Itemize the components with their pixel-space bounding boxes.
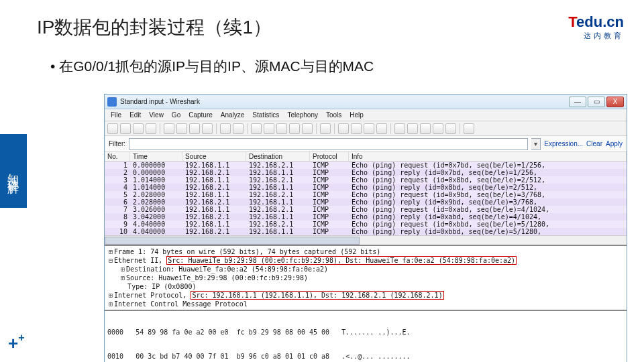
- packet-details[interactable]: ⊞Frame 1: 74 bytes on wire (592 bits), 7…: [105, 246, 627, 311]
- cell: Echo (ping) reply (id=0x9bd, seq(be/le)=…: [349, 198, 627, 206]
- cell: 192.168.2.1: [246, 221, 310, 228]
- toolbar-icon[interactable]: [251, 123, 262, 134]
- expression-button[interactable]: Expression...: [544, 140, 583, 147]
- col-protocol[interactable]: Protocol: [310, 152, 349, 161]
- cell: 192.168.2.1: [246, 162, 310, 169]
- cell: 192.168.1.1: [246, 228, 310, 235]
- horizontal-scrollbar[interactable]: [105, 235, 627, 245]
- toolbar-icon[interactable]: [338, 123, 349, 134]
- logo: Tedu.cn 达内教育: [568, 13, 624, 41]
- cell: 192.168.2.1: [182, 213, 246, 221]
- cell: 10: [105, 228, 130, 235]
- logo-t: T: [568, 13, 576, 30]
- hex-row: 0000 54 89 98 fa 0e a2 00 e0 fc b9 29 98…: [107, 328, 624, 337]
- toolbar-icon[interactable]: [146, 123, 156, 134]
- col-time[interactable]: Time: [130, 152, 182, 161]
- toolbar-icon[interactable]: [233, 123, 244, 134]
- cell: 4: [105, 184, 130, 191]
- scroll-thumb[interactable]: [105, 237, 360, 245]
- minimize-button[interactable]: —: [569, 97, 586, 107]
- menu-file[interactable]: File: [107, 111, 125, 119]
- close-button[interactable]: X: [606, 97, 624, 107]
- separator: [316, 123, 317, 134]
- menu-telephony[interactable]: Telephony: [284, 111, 321, 119]
- packet-row[interactable]: 83.042000192.168.2.1192.168.1.1ICMPEcho …: [105, 213, 627, 221]
- menu-help[interactable]: Help: [346, 111, 367, 119]
- expand-icon[interactable]: ⊞: [119, 274, 126, 282]
- menu-edit[interactable]: Edit: [126, 111, 144, 119]
- packet-row[interactable]: 52.028000192.168.1.1192.168.2.1ICMPEcho …: [105, 191, 627, 198]
- menu-capture[interactable]: Capture: [185, 111, 216, 119]
- menu-analyze[interactable]: Analyze: [217, 111, 248, 119]
- expand-icon[interactable]: ⊞: [107, 291, 114, 300]
- cell: 192.168.2.1: [182, 228, 246, 235]
- toolbar-icon[interactable]: [394, 123, 405, 134]
- expand-icon[interactable]: ⊞: [107, 247, 114, 256]
- hex-pane[interactable]: 0000 54 89 98 fa 0e a2 00 e0 fc b9 29 98…: [105, 311, 627, 362]
- toolbar-icon[interactable]: [107, 123, 118, 134]
- packet-row[interactable]: 104.040000192.168.2.1192.168.1.1ICMPEcho…: [105, 228, 627, 235]
- col-source[interactable]: Source: [182, 152, 246, 161]
- packet-row[interactable]: 20.000000192.168.2.1192.168.1.1ICMPEcho …: [105, 169, 627, 176]
- menu-tools[interactable]: Tools: [323, 111, 345, 119]
- toolbar-icon[interactable]: [320, 123, 331, 134]
- collapse-icon[interactable]: ⊟: [107, 256, 114, 265]
- packet-list[interactable]: No. Time Source Destination Protocol Inf…: [105, 152, 627, 246]
- packet-row[interactable]: 10.000000192.168.1.1192.168.2.1ICMPEcho …: [105, 162, 627, 169]
- sidebar-label: 知识讲解: [0, 134, 27, 208]
- titlebar[interactable]: Standard input - Wireshark — ▭ X: [105, 95, 627, 109]
- cell: 3.026000: [130, 206, 182, 213]
- col-no[interactable]: No.: [105, 152, 130, 161]
- highlight-ip: Src: 192.168.1.1 (192.168.1.1), Dst: 192…: [191, 291, 443, 300]
- toolbar-icon[interactable]: [464, 123, 474, 134]
- packet-row[interactable]: 73.026000192.168.1.1192.168.2.1ICMPEcho …: [105, 206, 627, 213]
- col-info[interactable]: Info: [349, 152, 627, 161]
- packet-row[interactable]: 31.014000192.168.1.1192.168.2.1ICMPEcho …: [105, 176, 627, 184]
- toolbar-icon[interactable]: [289, 123, 300, 134]
- cell: 4.040000: [130, 228, 182, 235]
- toolbar-icon[interactable]: [276, 123, 287, 134]
- toolbar-icon[interactable]: [433, 123, 443, 134]
- cell: 192.168.1.1: [182, 176, 246, 184]
- cell: 2: [105, 169, 130, 176]
- toolbar-icon[interactable]: [120, 123, 131, 134]
- filter-dropdown-icon[interactable]: ▾: [531, 138, 541, 150]
- menu-go[interactable]: Go: [168, 111, 184, 119]
- cell: 192.168.1.1: [246, 213, 310, 221]
- toolbar-icon[interactable]: [351, 123, 362, 134]
- toolbar-icon[interactable]: [133, 123, 144, 134]
- col-destination[interactable]: Destination: [246, 152, 310, 161]
- toolbar-icon[interactable]: [220, 123, 231, 134]
- toolbar-icon[interactable]: [176, 123, 187, 134]
- packet-row[interactable]: 62.028000192.168.2.1192.168.1.1ICMPEcho …: [105, 198, 627, 206]
- detail-eth-prefix: Ethernet II,: [114, 257, 166, 264]
- packet-row[interactable]: 41.014000192.168.2.1192.168.1.1ICMPEcho …: [105, 184, 627, 191]
- packet-row[interactable]: 94.040000192.168.1.1192.168.2.1ICMPEcho …: [105, 221, 627, 228]
- toolbar-icon[interactable]: [407, 123, 418, 134]
- filter-bar: Filter: ▾ Expression... Clear Apply: [105, 136, 627, 152]
- toolbar-icon[interactable]: [164, 123, 174, 134]
- toolbar-icon[interactable]: [264, 123, 274, 134]
- menu-statistics[interactable]: Statistics: [249, 111, 282, 119]
- expand-icon[interactable]: ⊞: [107, 300, 114, 308]
- maximize-button[interactable]: ▭: [588, 97, 605, 107]
- logo-rest: edu.cn: [576, 13, 624, 30]
- toolbar-icon[interactable]: [420, 123, 431, 134]
- toolbar-icon[interactable]: [302, 123, 313, 134]
- cell: ICMP: [310, 206, 349, 213]
- menu-view[interactable]: View: [146, 111, 167, 119]
- toolbar-icon[interactable]: [202, 123, 213, 134]
- clear-button[interactable]: Clear: [586, 140, 602, 147]
- cell: ICMP: [310, 221, 349, 228]
- toolbar-icon[interactable]: [364, 123, 374, 134]
- cell: Echo (ping) reply (id=0xabd, seq(be/le)=…: [349, 213, 627, 221]
- filter-input[interactable]: [129, 138, 528, 150]
- cell: ICMP: [310, 184, 349, 191]
- toolbar-icon[interactable]: [189, 123, 200, 134]
- toolbar-icon[interactable]: [445, 123, 456, 134]
- cell: 9: [105, 221, 130, 228]
- toolbar-icon[interactable]: [376, 123, 387, 134]
- separator: [334, 123, 335, 134]
- expand-icon[interactable]: ⊞: [119, 265, 126, 274]
- apply-button[interactable]: Apply: [606, 140, 623, 147]
